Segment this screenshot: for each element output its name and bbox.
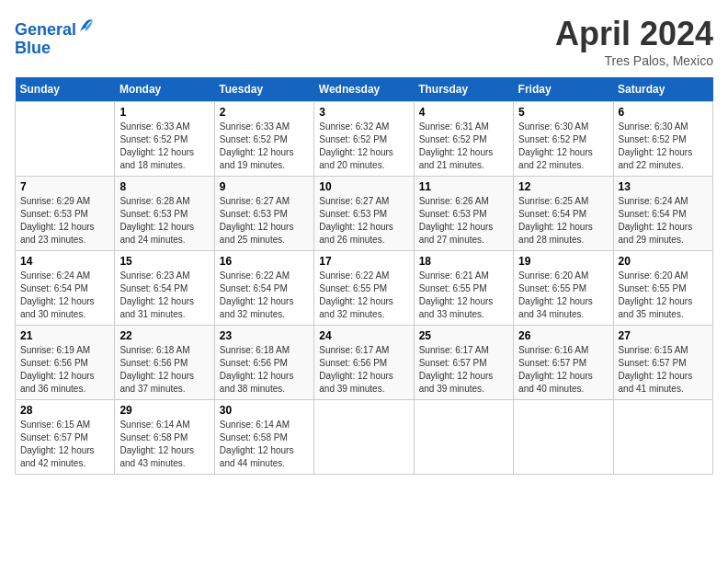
calendar-day-cell: 23 Sunrise: 6:18 AM Sunset: 6:56 PM Dayl… [214,326,313,400]
sunrise-text: Sunrise: 6:22 AM [220,270,290,281]
logo-general: General [15,20,76,39]
sunrise-text: Sunrise: 6:23 AM [119,270,189,281]
day-number: 19 [518,255,608,268]
day-info: Sunrise: 6:22 AM Sunset: 6:54 PM Dayligh… [220,270,309,321]
calendar-day-cell: 18 Sunrise: 6:21 AM Sunset: 6:55 PM Dayl… [414,251,513,326]
day-info: Sunrise: 6:30 AM Sunset: 6:52 PM Dayligh… [518,121,608,172]
sunset-text: Sunset: 6:57 PM [619,358,687,368]
daylight-text: Daylight: 12 hours and 27 minutes. [419,222,494,245]
sunrise-text: Sunrise: 6:20 AM [619,270,688,281]
day-number: 8 [119,180,209,193]
calendar-day-cell: 10 Sunrise: 6:27 AM Sunset: 6:53 PM Dayl… [314,177,414,251]
sunrise-text: Sunrise: 6:22 AM [319,270,389,281]
calendar-day-cell: 14 Sunrise: 6:24 AM Sunset: 6:54 PM Dayl… [16,251,115,326]
daylight-text: Daylight: 12 hours and 39 minutes. [319,371,393,394]
calendar-day-cell [16,102,115,177]
calendar-day-cell: 7 Sunrise: 6:29 AM Sunset: 6:53 PM Dayli… [16,177,115,251]
daylight-text: Daylight: 12 hours and 39 minutes. [419,371,494,394]
sunset-text: Sunset: 6:56 PM [220,358,288,368]
weekday-header-cell: Wednesday [314,77,414,102]
sunrise-text: Sunrise: 6:26 AM [419,196,489,206]
day-info: Sunrise: 6:23 AM Sunset: 6:54 PM Dayligh… [119,270,209,321]
day-info: Sunrise: 6:28 AM Sunset: 6:53 PM Dayligh… [119,195,209,247]
daylight-text: Daylight: 12 hours and 22 minutes. [619,147,693,170]
daylight-text: Daylight: 12 hours and 43 minutes. [119,445,194,468]
sunset-text: Sunset: 6:55 PM [419,283,487,293]
day-number: 7 [20,180,109,193]
sunset-text: Sunset: 6:55 PM [518,283,586,293]
day-number: 10 [319,180,408,193]
daylight-text: Daylight: 12 hours and 18 minutes. [119,147,194,170]
daylight-text: Daylight: 12 hours and 44 minutes. [220,445,294,468]
calendar-day-cell: 12 Sunrise: 6:25 AM Sunset: 6:54 PM Dayl… [514,177,613,251]
day-number: 22 [119,329,209,342]
daylight-text: Daylight: 12 hours and 28 minutes. [518,222,593,245]
sunset-text: Sunset: 6:53 PM [319,209,387,219]
sunrise-text: Sunrise: 6:17 AM [319,345,389,355]
sunset-text: Sunset: 6:56 PM [319,358,387,368]
calendar-day-cell: 3 Sunrise: 6:32 AM Sunset: 6:52 PM Dayli… [314,102,414,177]
calendar-day-cell [514,400,613,475]
daylight-text: Daylight: 12 hours and 22 minutes. [518,147,593,170]
sunset-text: Sunset: 6:54 PM [119,283,188,293]
day-info: Sunrise: 6:33 AM Sunset: 6:52 PM Dayligh… [119,121,209,172]
sunset-text: Sunset: 6:58 PM [119,432,188,442]
calendar-day-cell: 8 Sunrise: 6:28 AM Sunset: 6:53 PM Dayli… [115,177,214,251]
sunset-text: Sunset: 6:57 PM [419,358,487,368]
sunrise-text: Sunrise: 6:20 AM [518,270,588,281]
day-info: Sunrise: 6:14 AM Sunset: 6:58 PM Dayligh… [119,419,209,470]
day-info: Sunrise: 6:32 AM Sunset: 6:52 PM Dayligh… [319,121,408,172]
day-info: Sunrise: 6:25 AM Sunset: 6:54 PM Dayligh… [518,195,608,247]
weekday-header-cell: Monday [115,77,214,102]
sunrise-text: Sunrise: 6:15 AM [20,419,90,430]
daylight-text: Daylight: 12 hours and 33 minutes. [419,296,494,319]
calendar-day-cell: 21 Sunrise: 6:19 AM Sunset: 6:56 PM Dayl… [16,326,115,400]
day-info: Sunrise: 6:29 AM Sunset: 6:53 PM Dayligh… [20,195,109,247]
logo-bird-icon [78,15,95,35]
calendar-week-row: 28 Sunrise: 6:15 AM Sunset: 6:57 PM Dayl… [16,400,713,475]
day-number: 1 [119,106,209,119]
daylight-text: Daylight: 12 hours and 36 minutes. [20,371,95,394]
day-number: 5 [518,106,608,119]
sunset-text: Sunset: 6:54 PM [518,209,586,219]
calendar-day-cell: 5 Sunrise: 6:30 AM Sunset: 6:52 PM Dayli… [514,102,613,177]
sunrise-text: Sunrise: 6:18 AM [119,345,189,355]
calendar-day-cell: 6 Sunrise: 6:30 AM Sunset: 6:52 PM Dayli… [613,102,712,177]
day-info: Sunrise: 6:17 AM Sunset: 6:56 PM Dayligh… [319,344,408,396]
day-info: Sunrise: 6:16 AM Sunset: 6:57 PM Dayligh… [518,344,608,396]
calendar-day-cell: 29 Sunrise: 6:14 AM Sunset: 6:58 PM Dayl… [115,400,214,475]
weekday-header-cell: Saturday [613,77,712,102]
day-number: 17 [319,255,408,268]
day-number: 9 [220,180,309,193]
calendar-day-cell [613,400,712,475]
page-header: General Blue April 2024 Tres Palos, Mexi… [15,15,713,68]
day-number: 18 [419,255,508,268]
day-info: Sunrise: 6:22 AM Sunset: 6:55 PM Dayligh… [319,270,408,321]
sunrise-text: Sunrise: 6:14 AM [119,419,189,430]
title-block: April 2024 Tres Palos, Mexico [555,15,713,68]
daylight-text: Daylight: 12 hours and 20 minutes. [319,147,393,170]
calendar-day-cell: 20 Sunrise: 6:20 AM Sunset: 6:55 PM Dayl… [613,251,712,326]
daylight-text: Daylight: 12 hours and 30 minutes. [20,296,95,319]
sunrise-text: Sunrise: 6:28 AM [119,196,189,206]
day-info: Sunrise: 6:14 AM Sunset: 6:58 PM Dayligh… [220,419,309,470]
sunrise-text: Sunrise: 6:17 AM [419,345,489,355]
daylight-text: Daylight: 12 hours and 42 minutes. [20,445,95,468]
calendar-week-row: 14 Sunrise: 6:24 AM Sunset: 6:54 PM Dayl… [16,251,713,326]
day-info: Sunrise: 6:24 AM Sunset: 6:54 PM Dayligh… [20,270,109,321]
sunrise-text: Sunrise: 6:30 AM [619,121,688,132]
calendar-week-row: 1 Sunrise: 6:33 AM Sunset: 6:52 PM Dayli… [16,102,713,177]
day-number: 2 [220,106,309,119]
weekday-header-cell: Sunday [16,77,115,102]
calendar-table: SundayMondayTuesdayWednesdayThursdayFrid… [15,77,713,475]
day-number: 3 [319,106,408,119]
calendar-day-cell: 15 Sunrise: 6:23 AM Sunset: 6:54 PM Dayl… [115,251,214,326]
sunset-text: Sunset: 6:54 PM [20,283,88,293]
sunrise-text: Sunrise: 6:18 AM [220,345,290,355]
daylight-text: Daylight: 12 hours and 25 minutes. [220,222,294,245]
day-info: Sunrise: 6:27 AM Sunset: 6:53 PM Dayligh… [319,195,408,247]
daylight-text: Daylight: 12 hours and 26 minutes. [319,222,393,245]
sunrise-text: Sunrise: 6:24 AM [20,270,90,281]
sunrise-text: Sunrise: 6:27 AM [319,196,389,206]
logo-blue: Blue [15,39,51,57]
